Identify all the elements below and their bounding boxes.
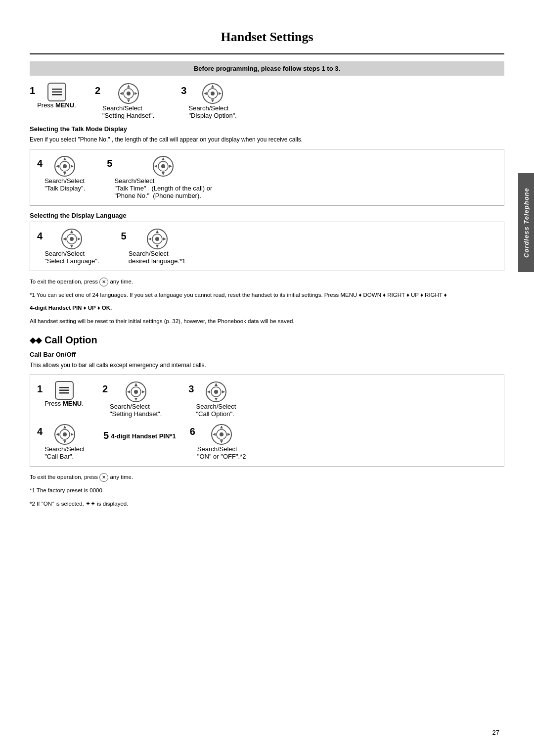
call-step-1-group: 1 Press MENU. [37,381,84,407]
call-footnote-2: *2 If "ON" is selected, ✦✦ is displayed. [30,499,504,508]
page-title: Handset Settings [30,30,504,45]
svg-marker-73 [213,433,216,436]
call-step-1-block: Press MENU. [44,381,84,407]
lang-step-4-label: Search/Select"Select Language". [44,250,99,265]
step-2-label: Search/Select"Setting Handset". [102,104,154,119]
call-exit-note: To exit the operation, press ✕ any time. [30,472,504,482]
svg-marker-27 [162,172,165,175]
svg-marker-52 [127,390,130,393]
svg-marker-19 [63,157,66,160]
svg-point-54 [134,390,138,394]
lang-step-5-block: Search/Selectdesired language.*1 [129,228,186,265]
svg-point-68 [63,432,67,436]
menu-button-icon [47,83,66,101]
talk-mode-steps: 4 Search/Select"Talk Display". 5 [37,155,497,199]
svg-point-9 [127,92,131,95]
nav-cluster-5b [146,228,168,250]
svg-marker-59 [207,390,210,393]
step-1-label: Press MENU. [37,101,76,109]
lang-footnote1b: 4-digit Handset PIN ♦ UP ♦ OK. [30,303,504,312]
display-lang-steps-box: 4 Search/Select"Select Language". 5 [30,222,504,271]
svg-marker-40 [156,230,159,233]
talk-step-5-number: 5 [107,158,112,168]
talk-step-5-label: Search/Select"Talk Time" (Length of the … [114,177,212,199]
lang-footnote1c: All handset setting will be reset to the… [30,317,504,326]
svg-point-44 [155,237,159,241]
call-step-5-group: 5 4-digit Handset PIN*1 [103,427,176,440]
call-step-4-number: 4 [37,426,43,436]
call-step-6-number: 6 [190,426,195,436]
call-bar-row2: 4 Search/Select"Call Bar". 5 [37,424,497,460]
nav-cluster-c4 [54,424,76,445]
lang-step-5-group: 5 Search/Selectdesired language.*1 [121,228,186,265]
lang-exit-note: To exit the operation, press ✕ any time. [30,277,504,286]
svg-point-75 [220,432,223,436]
svg-marker-35 [63,237,66,240]
talk-mode-heading: Selecting the Talk Mode Display [30,125,504,133]
lang-step-4-block: Search/Select"Select Language". [44,228,99,265]
lang-step-4-group: 4 Search/Select"Select Language". [37,228,99,265]
step-3-group: 3 Search/Select"Display Option". [181,83,237,119]
nav-cluster-5a [152,155,174,177]
svg-marker-29 [169,165,172,168]
prereq-box: Before programming, please follow steps … [30,61,504,76]
diamond-icon-1: ◆◆ [30,335,42,345]
step-1-group: 1 Press MENU. [30,83,76,109]
call-bar-steps-box: 1 Press MENU. 2 [30,375,504,467]
lang-step-5-number: 5 [121,231,127,241]
nav-cluster-c2 [125,381,147,403]
step-3-block: Search/Select"Display Option". [188,83,236,119]
svg-marker-41 [156,245,159,248]
talk-mode-description: Even if you select "Phone No." , the len… [30,135,504,144]
step-2-group: 2 Search/Select"Setting Handset". [95,83,154,119]
nav-cluster-4b [61,228,83,250]
call-step-5-block: 4-digit Handset PIN*1 [111,427,176,440]
svg-point-37 [70,237,74,241]
display-lang-heading: Selecting the Display Language [30,212,504,219]
call-step-4-block: Search/Select"Call Bar". [44,424,85,460]
call-step-1-label: Press MENU. [44,400,84,407]
call-bar-heading: Call Bar On/Off [30,351,504,358]
svg-marker-13 [211,99,214,102]
svg-marker-26 [162,157,165,160]
nav-cluster-c6 [211,424,232,445]
call-step-4-label: Search/Select"Call Bar". [44,445,85,460]
svg-marker-22 [71,165,74,168]
svg-marker-50 [134,383,137,386]
display-lang-steps: 4 Search/Select"Select Language". 5 [37,228,497,265]
call-footnote-1: *1 The factory preset is 0000. [30,486,504,495]
svg-point-23 [63,164,67,168]
step-1-block: Press MENU. [37,83,76,109]
svg-rect-46 [59,390,69,391]
svg-rect-0 [52,89,62,90]
call-step-3-number: 3 [188,384,194,394]
sidebar-tab: Cordless Telephone [518,173,534,272]
call-bar-row1: 1 Press MENU. 2 [37,381,497,418]
svg-marker-21 [56,165,59,168]
call-bar-description: This allows you to bar all calls except … [30,361,504,370]
talk-step-4-number: 4 [37,158,43,168]
step-3-number: 3 [181,86,186,95]
svg-marker-14 [204,92,207,95]
page-number: 27 [492,729,499,736]
svg-marker-34 [70,245,73,248]
call-step-2-label: Search/Select"Setting Handset". [110,403,162,418]
nav-cluster-4a [54,155,76,177]
svg-marker-36 [78,237,81,240]
svg-rect-47 [59,392,69,394]
svg-marker-43 [163,237,166,240]
top-steps-row: 1 Press MENU. 2 [30,83,504,119]
svg-marker-7 [120,92,123,95]
svg-marker-28 [154,165,157,168]
svg-marker-72 [220,440,223,443]
talk-step-5-group: 5 Search/Select"Talk Time" (Length of th… [107,155,212,199]
call-step-6-block: Search/Select"ON" or "OFF".*2 [197,424,246,460]
talk-step-5-block: Search/Select"Talk Time" (Length of the … [114,155,212,199]
svg-marker-20 [63,172,66,175]
svg-marker-33 [70,230,73,233]
svg-marker-15 [219,92,222,95]
step-2-number: 2 [95,86,100,95]
svg-marker-51 [134,398,137,401]
svg-marker-5 [127,85,130,88]
svg-marker-6 [127,99,130,102]
